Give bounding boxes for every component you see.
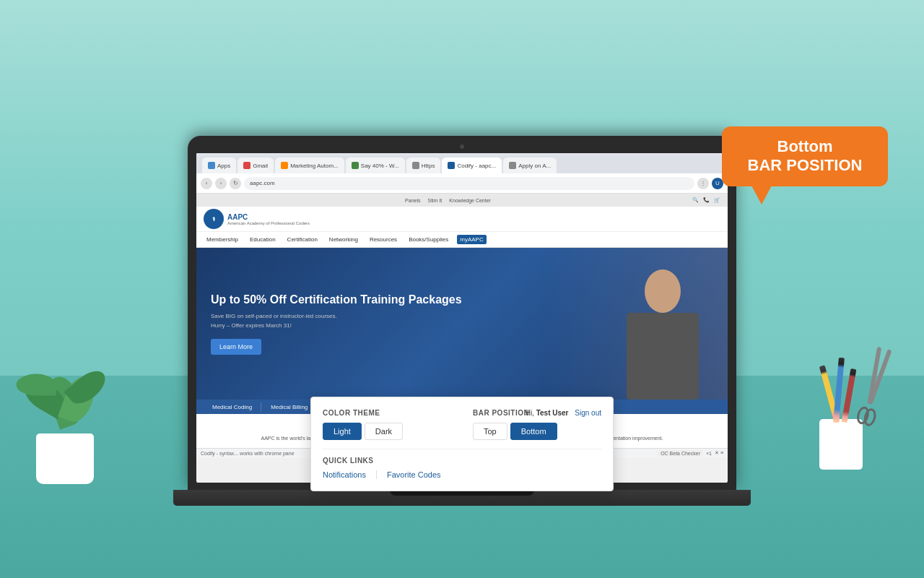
laptop-base xyxy=(173,490,751,506)
subnav-medical-billing[interactable]: Medical Billing xyxy=(262,402,317,412)
tab-label: Https xyxy=(422,163,435,169)
aapc-navigation: Membership Education Certification Netwo… xyxy=(196,232,728,248)
tab-favicon xyxy=(281,162,288,169)
aapc-topbar: Panels Stim It Knowledge Center 🔍 📞 🛒 xyxy=(196,194,728,207)
subnav-medical-coding[interactable]: Medical Coding xyxy=(204,402,261,412)
svg-rect-1 xyxy=(627,313,699,400)
hero-content: Up to 50% Off Certification Training Pac… xyxy=(196,282,476,366)
hero-cta-button[interactable]: Learn More xyxy=(211,339,261,355)
topbar-icons: 🔍 📞 🛒 xyxy=(692,197,720,203)
address-bar[interactable]: aapc.com xyxy=(244,177,694,190)
speech-bubble-line2: BAR POSITION xyxy=(736,156,873,175)
nav-books[interactable]: Books/Supplies xyxy=(406,235,451,244)
browser-toolbar: ‹ › ↻ aapc.com ⋮ U xyxy=(196,173,728,194)
status-icons: ✕ ≡ xyxy=(715,450,723,456)
statusbar-right: OC Beta Checker ×1 ✕ ≡ xyxy=(658,450,723,457)
tab-label: Gmail xyxy=(253,163,268,169)
position-bottom-button[interactable]: Bottom xyxy=(510,423,557,440)
bar-position-buttons: Top Bottom xyxy=(473,423,601,440)
hero-title: Up to 50% Off Certification Training Pac… xyxy=(211,293,462,308)
tab-favicon xyxy=(352,162,359,169)
speech-bubble: Bottom BAR POSITION xyxy=(722,126,888,186)
cart-icon[interactable]: 🛒 xyxy=(714,197,720,203)
browser-tab-sale[interactable]: Say 40% - W... xyxy=(346,158,405,173)
user-info: Hi, Test User Sign out xyxy=(526,409,601,417)
color-theme-section: COLOR THEME Light Dark xyxy=(323,409,451,440)
tab-favicon xyxy=(509,162,516,169)
hero-subtitle2: Hurry – Offer expires March 31! xyxy=(211,322,462,329)
svg-point-0 xyxy=(645,269,681,313)
browser-chrome: Apps Gmail Marketing Autom... Say 40% - … xyxy=(196,153,728,194)
quick-links-items: Notifications Favorite Codes xyxy=(323,470,601,479)
aapc-logo-icon: ⚕ xyxy=(204,209,224,229)
nav-membership[interactable]: Membership xyxy=(204,235,241,244)
browser-tabs: Apps Gmail Marketing Autom... Say 40% - … xyxy=(196,153,728,173)
browser-tab-apps[interactable]: Apps xyxy=(202,158,236,173)
topbar-link-stim[interactable]: Stim It xyxy=(427,198,442,203)
sign-out-link[interactable]: Sign out xyxy=(575,409,601,417)
user-name: Test User xyxy=(536,409,569,417)
nav-certification[interactable]: Certification xyxy=(284,235,321,244)
aapc-header: ⚕ AAPC American Academy of Professional … xyxy=(196,207,728,232)
position-top-button[interactable]: Top xyxy=(473,423,507,440)
speech-bubble-line1: Bottom xyxy=(736,137,873,156)
beta-checker: OC Beta Checker xyxy=(658,450,703,457)
browser-tab-https[interactable]: Https xyxy=(406,158,441,173)
theme-light-button[interactable]: Light xyxy=(323,423,362,440)
browser-tab-marketing[interactable]: Marketing Autom... xyxy=(275,158,344,173)
tab-label: Apps xyxy=(217,163,230,169)
hero-subtitle: Save BIG on self-paced or instructor-led… xyxy=(211,313,462,319)
nav-resources[interactable]: Resources xyxy=(367,235,400,244)
tab-favicon xyxy=(243,162,250,169)
color-theme-buttons: Light Dark xyxy=(323,423,451,440)
aapc-hero: Up to 50% Off Certification Training Pac… xyxy=(196,248,728,400)
topbar-link-panels[interactable]: Panels xyxy=(405,198,420,203)
tab-label: Apply on A... xyxy=(518,163,551,169)
zoom-level: ×1 xyxy=(706,451,712,456)
quick-links-section: QUICK LINKS Notifications Favorite Codes xyxy=(323,457,601,479)
tab-favicon xyxy=(448,162,455,169)
extensions-button[interactable]: ⋮ xyxy=(697,178,709,189)
nav-myaapc[interactable]: myAAPC xyxy=(457,235,486,244)
logo-symbol: ⚕ xyxy=(212,216,215,223)
settings-popup: Hi, Test User Sign out COLOR THEME Light… xyxy=(310,397,614,491)
nav-networking[interactable]: Networking xyxy=(326,235,361,244)
tab-favicon xyxy=(412,162,419,169)
browser-tab-codify[interactable]: Codify - aapc... xyxy=(442,158,502,173)
browser-tab-gmail[interactable]: Gmail xyxy=(237,158,274,173)
tab-favicon xyxy=(208,162,215,169)
aapc-logo-tagline: American Academy of Professional Coders xyxy=(227,221,310,225)
topbar-links: Panels Stim It Knowledge Center xyxy=(405,198,491,203)
theme-dark-button[interactable]: Dark xyxy=(365,423,403,440)
aapc-logo-text: AAPC xyxy=(227,213,310,221)
quick-links-label: QUICK LINKS xyxy=(323,457,601,465)
nav-education[interactable]: Education xyxy=(247,235,279,244)
back-button[interactable]: ‹ xyxy=(201,178,212,189)
statusbar-text: Codify - syntax... works with chrome pan… xyxy=(201,451,295,456)
topbar-link-knowledge[interactable]: Knowledge Center xyxy=(449,198,491,203)
search-icon[interactable]: 🔍 xyxy=(692,197,699,203)
user-greeting: Hi, xyxy=(526,409,534,417)
forward-button[interactable]: › xyxy=(215,178,227,189)
laptop-camera xyxy=(460,144,464,149)
hero-woman-image xyxy=(547,248,728,400)
phone-icon: 📞 xyxy=(703,197,710,203)
reload-button[interactable]: ↻ xyxy=(230,178,241,189)
color-theme-label: COLOR THEME xyxy=(323,409,451,417)
browser-tab-apply[interactable]: Apply on A... xyxy=(503,158,557,173)
quick-link-notifications[interactable]: Notifications xyxy=(323,470,377,479)
aapc-logo[interactable]: ⚕ AAPC American Academy of Professional … xyxy=(204,209,310,229)
address-text: aapc.com xyxy=(250,180,275,186)
aapc-logo-text-group: AAPC American Academy of Professional Co… xyxy=(227,213,310,225)
tab-label: Marketing Autom... xyxy=(290,163,339,169)
tab-label-active: Codify - aapc... xyxy=(457,163,496,169)
quick-link-favorite-codes[interactable]: Favorite Codes xyxy=(377,470,451,479)
plant-decoration xyxy=(22,340,108,484)
settings-divider xyxy=(323,449,601,449)
tab-label: Say 40% - W... xyxy=(361,163,399,169)
